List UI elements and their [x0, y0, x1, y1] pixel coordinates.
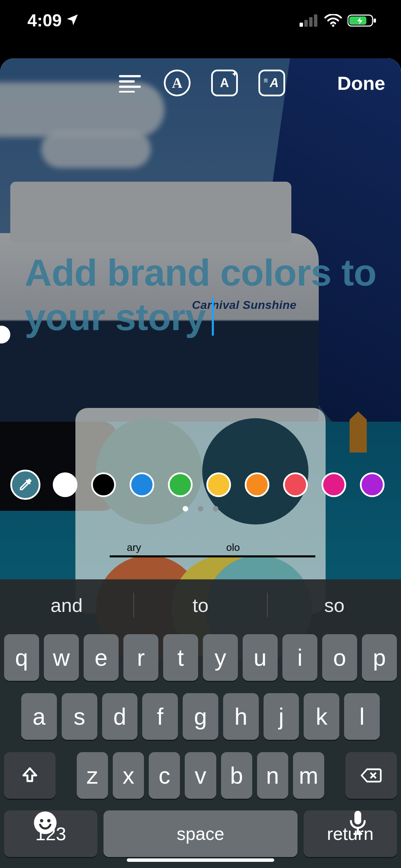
- text-effects-label: A: [220, 76, 229, 90]
- svg-rect-2: [309, 17, 313, 27]
- home-indicator[interactable]: [127, 858, 274, 862]
- suggestion[interactable]: and: [0, 594, 133, 616]
- color-page-indicator: [0, 506, 401, 511]
- color-swatch[interactable]: [360, 472, 385, 497]
- color-swatch[interactable]: [130, 472, 154, 497]
- text-background-button[interactable]: ≡ A: [258, 70, 285, 96]
- emoji-icon: [33, 810, 58, 835]
- page-dot[interactable]: [183, 506, 188, 511]
- status-time: 4:09: [27, 11, 62, 31]
- backspace-key[interactable]: [345, 752, 397, 799]
- story-text-value: Add brand colors to your story: [25, 251, 376, 338]
- key-s[interactable]: s: [62, 693, 97, 740]
- backspace-icon: [360, 767, 382, 784]
- eyedropper-button[interactable]: [10, 470, 40, 500]
- cellular-icon: [300, 14, 319, 27]
- color-picker: [10, 470, 391, 500]
- key-z[interactable]: z: [77, 752, 108, 799]
- text-align-button[interactable]: [117, 70, 143, 96]
- text-effects-button[interactable]: A ✦: [211, 70, 238, 96]
- sticker-fragment-text: olo: [226, 542, 240, 553]
- key-d[interactable]: d: [102, 693, 138, 740]
- key-f[interactable]: f: [142, 693, 178, 740]
- color-swatch[interactable]: [245, 472, 269, 497]
- svg-point-4: [332, 24, 335, 27]
- story-editor: Carnival Sunshine ary olo A A ✦ ≡: [0, 58, 401, 868]
- svg-point-16: [47, 819, 51, 822]
- key-u[interactable]: u: [243, 634, 278, 681]
- key-i[interactable]: i: [282, 634, 317, 681]
- wifi-icon: [324, 14, 342, 27]
- color-swatch[interactable]: [206, 472, 231, 497]
- font-style-label: A: [172, 75, 182, 91]
- text-toolbar: A A ✦ ≡ A Done: [0, 62, 401, 104]
- key-p[interactable]: p: [362, 634, 397, 681]
- sticker-fragment-text: ary: [127, 542, 141, 553]
- sparkle-icon: ✦: [232, 70, 238, 78]
- color-swatch[interactable]: [91, 472, 116, 497]
- svg-point-14: [34, 811, 57, 834]
- svg-rect-3: [314, 14, 317, 27]
- shift-icon: [20, 766, 39, 785]
- microphone-icon: [348, 809, 368, 836]
- dictation-button[interactable]: [348, 809, 368, 838]
- key-g[interactable]: g: [183, 693, 218, 740]
- page-dot[interactable]: [198, 506, 203, 511]
- story-text-input[interactable]: Add brand colors to your story: [25, 250, 380, 339]
- svg-rect-0: [300, 23, 303, 27]
- keyboard-suggestions: and to so: [0, 583, 401, 627]
- svg-rect-7: [374, 19, 376, 23]
- color-swatch[interactable]: [283, 472, 308, 497]
- key-j[interactable]: j: [264, 693, 299, 740]
- color-swatch[interactable]: [321, 472, 346, 497]
- battery-icon: [348, 14, 377, 27]
- key-t[interactable]: t: [163, 634, 198, 681]
- key-n[interactable]: n: [257, 752, 288, 799]
- page-dot[interactable]: [213, 506, 218, 511]
- key-e[interactable]: e: [84, 634, 119, 681]
- lines-icon: ≡: [264, 76, 268, 85]
- svg-point-15: [40, 819, 44, 822]
- status-bar: 4:09: [0, 0, 401, 41]
- text-caret: [212, 298, 214, 336]
- color-swatch[interactable]: [168, 472, 193, 497]
- key-c[interactable]: c: [149, 752, 180, 799]
- font-style-button[interactable]: A: [164, 70, 191, 96]
- shift-key[interactable]: [4, 752, 56, 799]
- key-w[interactable]: w: [44, 634, 79, 681]
- key-r[interactable]: r: [123, 634, 158, 681]
- emoji-button[interactable]: [33, 810, 58, 836]
- location-icon: [66, 11, 80, 31]
- suggestion[interactable]: so: [268, 594, 401, 616]
- key-x[interactable]: x: [113, 752, 144, 799]
- text-background-label: A: [270, 76, 279, 90]
- keyboard: and to so qwertyuiop asdfghjkl zxcvbnm: [0, 579, 401, 868]
- color-swatch[interactable]: [53, 472, 77, 497]
- suggestion[interactable]: to: [134, 594, 267, 616]
- key-q[interactable]: q: [4, 634, 39, 681]
- key-l[interactable]: l: [344, 693, 380, 740]
- key-m[interactable]: m: [293, 752, 324, 799]
- svg-rect-1: [304, 20, 308, 27]
- key-b[interactable]: b: [221, 752, 252, 799]
- key-h[interactable]: h: [223, 693, 259, 740]
- key-k[interactable]: k: [304, 693, 339, 740]
- key-y[interactable]: y: [203, 634, 238, 681]
- svg-rect-17: [354, 811, 361, 824]
- key-a[interactable]: a: [21, 693, 57, 740]
- eyedropper-icon: [17, 477, 34, 493]
- key-v[interactable]: v: [185, 752, 216, 799]
- done-button[interactable]: Done: [335, 69, 387, 97]
- key-o[interactable]: o: [322, 634, 357, 681]
